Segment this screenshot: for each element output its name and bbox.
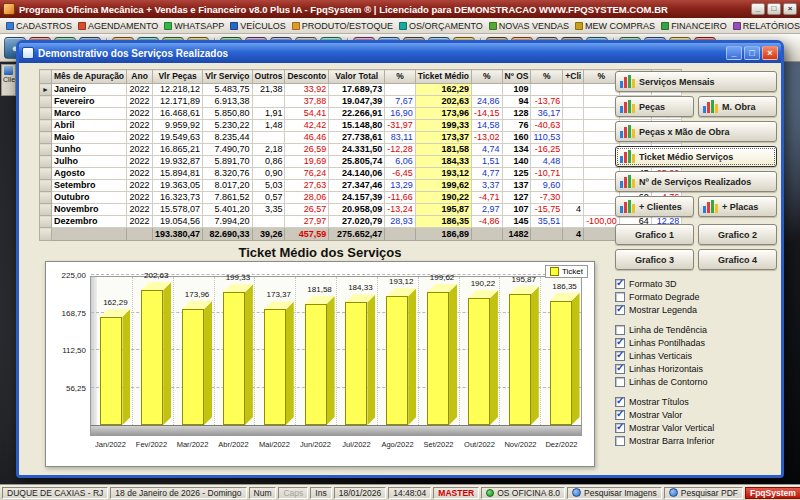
checkbox-linhas-horizontais[interactable]: Linhas Horizontais <box>615 362 777 375</box>
checkbox-box[interactable] <box>615 377 625 387</box>
table-row[interactable]: Julho202219.932,875.891,700,8619,6925.80… <box>40 156 682 168</box>
checkbox-mostrar-barra-inferior[interactable]: Mostrar Barra Inferior <box>615 434 777 447</box>
checkbox-linha-de-tend-ncia[interactable]: Linha de Tendência <box>615 323 777 336</box>
checkbox-box[interactable] <box>615 397 625 407</box>
status-pesquisar-pdf[interactable]: Pesquisar PDF <box>664 487 743 499</box>
app-minimize-button[interactable]: _ <box>751 3 765 15</box>
cell-ticket: 186,35 <box>415 216 471 228</box>
chart-button-pe-as-x-m-o-de-obra[interactable]: Peças x Mão de Obra <box>615 121 777 142</box>
total-pct_ticket <box>472 228 503 241</box>
checkbox-mostrar-valor-vertical[interactable]: Mostrar Valor Vertical <box>615 421 777 434</box>
menu-item-ve-culos[interactable]: VEÍCULOS <box>227 21 289 31</box>
window-minimize-button[interactable]: _ <box>726 46 742 60</box>
column-header--9: % <box>472 70 503 84</box>
cell-pct_nos: 9,60 <box>531 180 563 192</box>
window-close-button[interactable]: × <box>762 46 778 60</box>
totals-row: 193.380,4782.690,3339,26457,59275.652,47… <box>40 228 682 241</box>
chart-button-pe-as[interactable]: Peças <box>615 96 694 117</box>
table-row[interactable]: Abril20229.959,925.230,221,4842,4215.148… <box>40 120 682 132</box>
checkbox-box[interactable] <box>615 292 625 302</box>
menu-item-produto-estoque[interactable]: PRODUTO/ESTOQUE <box>289 21 396 31</box>
chart-plot-area: 162,29202,63173,96199,33173,37181,58184,… <box>90 276 582 436</box>
cell-vlr_pecas: 9.959,92 <box>153 120 203 132</box>
table-row[interactable]: Marco202216.468,615.850,801,9154,4122.26… <box>40 108 682 120</box>
chart-bar: 173,96 <box>182 301 212 425</box>
checkbox-box[interactable] <box>615 364 625 374</box>
cell-ano: 2022 <box>127 132 153 144</box>
table-row[interactable]: Agosto202215.894,818.320,760,9076,2424.1… <box>40 168 682 180</box>
cell-pct_nos: -7,30 <box>531 192 563 204</box>
checkbox-box[interactable] <box>615 305 625 315</box>
menu-item-agendamento[interactable]: AGENDAMENTO <box>75 21 161 31</box>
chart-button-m-obra[interactable]: M. Obra <box>698 96 777 117</box>
cell-ano: 2022 <box>127 168 153 180</box>
checkbox-mostrar-valor[interactable]: Mostrar Valor <box>615 408 777 421</box>
cell-mes: Fevereiro <box>52 96 127 108</box>
button-grafico-1[interactable]: Grafico 1 <box>615 224 694 245</box>
client-icon <box>4 66 13 75</box>
cell-valor_total: 22.266,91 <box>329 108 385 120</box>
chart-button-ticket-m-dio-servi-os[interactable]: Ticket Médio Serviços <box>615 146 777 167</box>
table-row[interactable]: Outubro202216.323,737.861,520,5728,0624.… <box>40 192 682 204</box>
menu-item-os-or-amento[interactable]: OS/ORÇAMENTO <box>396 21 486 31</box>
checkbox-linhas-verticais[interactable]: Linhas Verticais <box>615 349 777 362</box>
x-axis-label: Set/2022 <box>418 440 459 449</box>
button-grafico-2[interactable]: Grafico 2 <box>698 224 777 245</box>
chart-button-clientes[interactable]: + Clientes <box>615 196 694 217</box>
checkbox-formato-3d[interactable]: Formato 3D <box>615 277 777 290</box>
window-title-bar[interactable]: Demonstrativo dos Serviços Realizados _ … <box>19 43 781 63</box>
checkbox-box[interactable] <box>615 325 625 335</box>
table-row[interactable]: Maio202219.549,638.235,4446,4627.738,618… <box>40 132 682 144</box>
status-fpqsystem[interactable]: FpqSystem <box>745 487 800 499</box>
x-axis-label: Jul/2022 <box>336 440 377 449</box>
checkbox-box[interactable] <box>615 410 625 420</box>
checkbox-box[interactable] <box>615 279 625 289</box>
cell-pct_ticket: 2,97 <box>472 204 503 216</box>
menu-item-whatsapp[interactable]: WHATSAPP <box>161 21 227 31</box>
column-header--11: % <box>531 70 563 84</box>
cell-vlr_pecas: 12.171,89 <box>153 96 203 108</box>
cell-outros: 2,18 <box>252 144 285 156</box>
chart-button-n-de-servi-os-realizados[interactable]: Nº de Serviços Realizados <box>615 171 777 192</box>
cell-pct_cli <box>584 144 620 156</box>
table-row[interactable]: Junho202216.865,217.490,702,1826,5924.33… <box>40 144 682 156</box>
menu-item-cadastros[interactable]: CADASTROS <box>3 21 75 31</box>
table-row[interactable]: Novembro202215.578,075.401,203,3526,5720… <box>40 204 682 216</box>
cell-pct_total: -31,97 <box>385 120 416 132</box>
mini-chart-icon <box>620 175 635 188</box>
bar-value-label: 173,96 <box>173 290 221 299</box>
chart-button-servi-os-mensais[interactable]: Serviços Mensais <box>615 71 777 92</box>
cell-outros: 3,35 <box>252 204 285 216</box>
button-grafico-3[interactable]: Grafico 3 <box>615 249 694 270</box>
total-cli: 4 <box>563 228 584 241</box>
app-close-button[interactable]: × <box>783 3 797 15</box>
checkbox-box[interactable] <box>615 351 625 361</box>
checkbox-formato-degrade[interactable]: Formato Degrade <box>615 290 777 303</box>
menu-item-mew-compras[interactable]: MEW COMPRAS <box>572 21 658 31</box>
cell-ticket: 162,29 <box>415 84 471 96</box>
checkbox-box[interactable] <box>615 436 625 446</box>
checkbox-box[interactable] <box>615 423 625 433</box>
button-grafico-4[interactable]: Grafico 4 <box>698 249 777 270</box>
table-row[interactable]: Fevereiro202212.171,896.913,3837,8819.04… <box>40 96 682 108</box>
window-maximize-button[interactable]: □ <box>744 46 760 60</box>
status-num: Num <box>249 487 277 499</box>
x-axis-label: Mar/2022 <box>172 440 213 449</box>
checkbox-mostrar-legenda[interactable]: Mostrar Legenda <box>615 303 777 316</box>
status-pesquisar-imagens[interactable]: Pesquisar Imagens <box>567 487 662 499</box>
table-row[interactable]: ►Janeiro202212.218,125.483,7521,3833,921… <box>40 84 682 96</box>
table-row[interactable]: Dezembro202219.054,567.994,2027,9727.020… <box>40 216 682 228</box>
menu-item-relat-rios[interactable]: RELATÓRIOS <box>730 21 800 31</box>
chart-bar: 162,29 <box>100 309 130 425</box>
menu-item-financeiro[interactable]: FINANCEIRO <box>658 21 730 31</box>
chart-button-placas[interactable]: + Placas <box>698 196 777 217</box>
checkbox-mostrar-t-tulos[interactable]: Mostrar Títulos <box>615 395 777 408</box>
row-selector <box>40 180 52 192</box>
checkbox-linhas-pontilhadas[interactable]: Linhas Pontilhadas <box>615 336 777 349</box>
menu-item-novas-vendas[interactable]: NOVAS VENDAS <box>486 21 572 31</box>
app-maximize-button[interactable]: □ <box>767 3 781 15</box>
total-desconto: 457,59 <box>285 228 329 241</box>
checkbox-linhas-de-contorno[interactable]: Linhas de Contorno <box>615 375 777 388</box>
table-row[interactable]: Setembro202219.363,058.017,205,0327,6327… <box>40 180 682 192</box>
checkbox-box[interactable] <box>615 338 625 348</box>
